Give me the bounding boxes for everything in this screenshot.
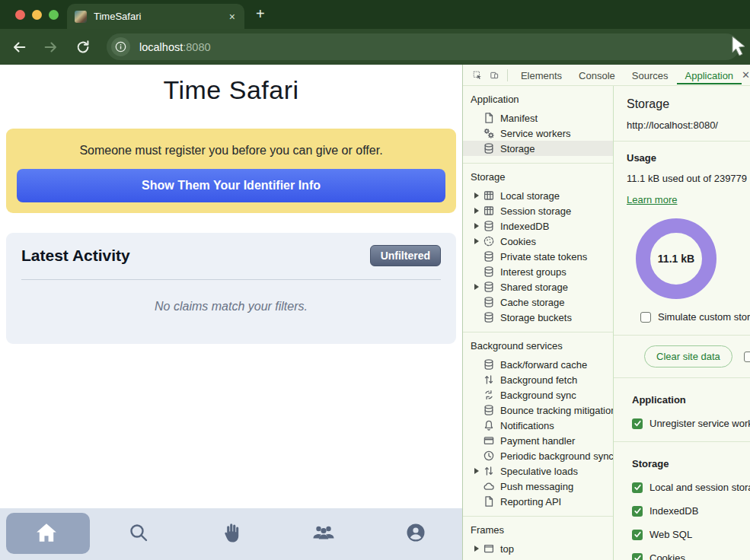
window-minimize-button[interactable] [32, 10, 42, 20]
clear-site-data-button[interactable]: Clear site data [644, 345, 732, 368]
devtools-tab-sources[interactable]: Sources [624, 65, 677, 84]
database-icon [483, 358, 495, 371]
window-close-button[interactable] [15, 10, 25, 20]
new-tab-button[interactable]: + [256, 5, 265, 23]
inspect-element-icon[interactable] [473, 68, 482, 83]
tree-item-notifications[interactable]: Notifications [463, 418, 613, 433]
nav-item-home[interactable] [0, 508, 92, 560]
unfiltered-button[interactable]: Unfiltered [370, 245, 441, 266]
updown-icon [483, 374, 495, 386]
tree-item-cookies[interactable]: Cookies [463, 234, 613, 249]
tree-item-label: Back/forward cache [500, 359, 587, 371]
url-port: :8080 [183, 41, 210, 53]
checkbox-label: Web SQL [649, 529, 692, 540]
check-row-local-and-session-storage: Local and session storage [632, 482, 750, 493]
storage-checks-title: Storage [632, 458, 750, 469]
tree-item-indexeddb[interactable]: IndexedDB [463, 218, 613, 234]
nav-item-people[interactable] [277, 508, 369, 560]
nav-item-hand[interactable] [185, 508, 277, 560]
tree-item-service-workers[interactable]: Service workers [463, 126, 613, 141]
tree-item-local-storage[interactable]: Local storage [463, 188, 613, 203]
tree-item-back-forward-cache[interactable]: Back/forward cache [463, 357, 613, 372]
learn-more-link[interactable]: Learn more [627, 194, 677, 205]
check-row-web-sql: Web SQL [632, 529, 750, 540]
forward-icon[interactable] [43, 39, 59, 56]
search-icon [128, 522, 149, 546]
show-identifier-info-button[interactable]: Show Them Your Identifier Info [17, 169, 445, 202]
tree-item-label: Storage buckets [500, 312, 572, 323]
local-and-session-storage-checkbox[interactable] [632, 482, 643, 493]
expand-arrow-icon[interactable] [474, 284, 479, 290]
address-bar[interactable]: localhost:8080 [107, 33, 739, 60]
tree-item-private-state-tokens[interactable]: Private state tokens [463, 249, 613, 264]
devtools-tab-application[interactable]: Application [677, 65, 742, 84]
file-icon [483, 112, 495, 124]
people-icon [311, 522, 336, 546]
reload-icon[interactable] [75, 39, 91, 56]
browser-tab[interactable]: TimeSafari × [67, 4, 244, 29]
bell-icon [483, 419, 495, 431]
tree-item-cache-storage[interactable]: Cache storage [463, 294, 613, 310]
tree-item-shared-storage[interactable]: Shared storage [463, 279, 613, 294]
tree-item-label: Cache storage [500, 297, 565, 308]
check-row-unregister-service-workers: Unregister service workers [632, 418, 750, 429]
database-icon [483, 266, 495, 278]
hand-icon [222, 522, 241, 546]
url-host: localhost [139, 41, 183, 53]
expand-arrow-icon[interactable] [474, 238, 479, 244]
home-icon [35, 522, 58, 546]
cookies-checkbox[interactable] [632, 553, 643, 560]
tab-close-icon[interactable]: × [228, 11, 237, 23]
tree-item-payment-handler[interactable]: Payment handler [463, 433, 613, 448]
include-third-party-checkbox[interactable] [744, 352, 750, 362]
devtools-close-icon[interactable]: ✕ [742, 69, 750, 81]
registration-alert: Someone must register you before you can… [6, 129, 456, 213]
tree-item-storage[interactable]: Storage [463, 141, 613, 156]
expand-arrow-icon[interactable] [474, 223, 479, 229]
tree-item-speculative-loads[interactable]: Speculative loads [463, 463, 613, 479]
tree-item-session-storage[interactable]: Session storage [463, 203, 613, 218]
back-icon[interactable] [11, 39, 27, 56]
expand-arrow-icon[interactable] [474, 468, 479, 474]
tree-item-reporting-api[interactable]: Reporting API [463, 494, 613, 509]
tree-item-top[interactable]: top [463, 541, 613, 556]
activity-empty-message: No claims match your filters. [21, 300, 441, 313]
unregister-service-workers-checkbox[interactable] [632, 418, 643, 429]
database-icon [483, 220, 495, 232]
devtools-tab-console[interactable]: Console [570, 65, 624, 84]
devtools-panel: ElementsConsoleSourcesApplication ✕ Appl… [462, 65, 750, 560]
table-icon [483, 205, 495, 217]
tree-item-push-messaging[interactable]: Push messaging [463, 479, 613, 494]
tree-item-bounce-tracking-mitigations[interactable]: Bounce tracking mitigations [463, 402, 613, 418]
nav-item-person[interactable] [370, 508, 462, 560]
simulate-quota-checkbox[interactable] [640, 312, 651, 323]
simulate-quota-label: Simulate custom storage quota [658, 311, 750, 323]
device-toolbar-icon[interactable] [490, 68, 499, 83]
database-icon [483, 311, 495, 323]
tree-item-label: Private state tokens [500, 251, 587, 262]
indexeddb-checkbox[interactable] [632, 506, 643, 517]
checkbox-label: Cookies [649, 552, 685, 560]
devtools-tab-elements[interactable]: Elements [512, 65, 570, 84]
expand-arrow-icon[interactable] [474, 546, 479, 552]
clock-icon [483, 450, 495, 462]
tree-item-storage-buckets[interactable]: Storage buckets [463, 310, 613, 325]
tree-item-interest-groups[interactable]: Interest groups [463, 264, 613, 279]
tree-item-background-fetch[interactable]: Background fetch [463, 372, 613, 387]
check-row-indexeddb: IndexedDB [632, 505, 750, 517]
tree-item-label: top [500, 543, 514, 555]
tree-item-background-sync[interactable]: Background sync [463, 387, 613, 402]
web-sql-checkbox[interactable] [632, 530, 643, 540]
expand-arrow-icon[interactable] [474, 208, 479, 214]
expand-arrow-icon[interactable] [474, 192, 479, 199]
tree-section-title-frames: Frames [463, 524, 613, 536]
tree-item-manifest[interactable]: Manifest [463, 110, 613, 126]
nav-item-search[interactable] [92, 508, 184, 560]
tab-title: TimeSafari [94, 11, 228, 22]
screen: TimeSafari × + localhost:8080 [0, 0, 750, 560]
window-zoom-button[interactable] [49, 10, 59, 20]
site-info-icon[interactable] [111, 37, 130, 56]
sync-icon [483, 389, 495, 401]
window-controls [15, 10, 59, 20]
tree-item-periodic-background-sync[interactable]: Periodic background sync [463, 448, 613, 463]
